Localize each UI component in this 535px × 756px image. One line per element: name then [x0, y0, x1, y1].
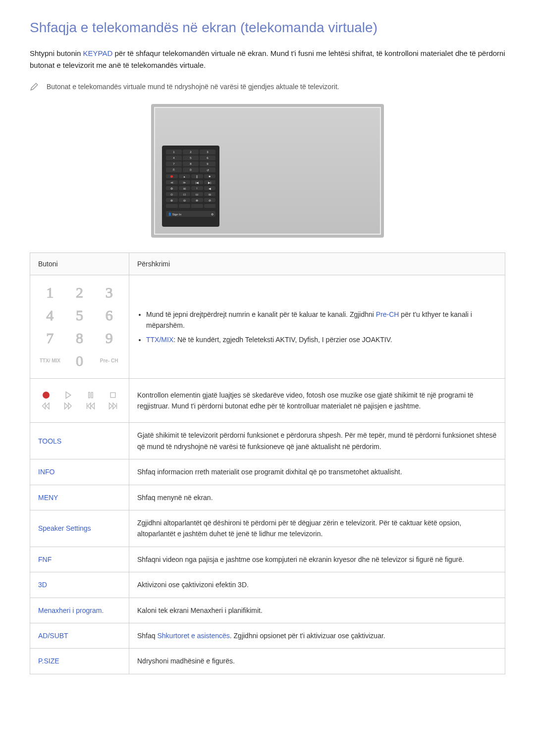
svg-rect-2 [91, 393, 93, 398]
play-icon [64, 391, 73, 400]
key-4: 4 [46, 308, 54, 323]
note-row: Butonat e telekomandës virtuale mund të … [30, 81, 505, 92]
speaker-label: Speaker Settings [38, 524, 91, 532]
info-desc: Shfaq informacion rreth materialit ose p… [129, 459, 505, 485]
menaxheri-label: Menaxheri i program. [38, 606, 104, 614]
threed-label: 3D [38, 581, 47, 589]
row-keypad: 1 2 3 4 5 6 7 8 9 TTX/ MIX 0 Pre- CH [30, 275, 505, 379]
key-0: 0 [76, 353, 83, 368]
key-8: 8 [76, 331, 83, 346]
row-tools: TOOLS Gjatë shikimit të televizorit përd… [30, 423, 505, 459]
key-9: 9 [106, 331, 113, 346]
remote-gear-icon: ⚙ [211, 212, 214, 216]
psize-desc: Ndryshoni madhësinë e figurës. [129, 649, 505, 674]
key-7: 7 [46, 331, 54, 346]
playback-desc: Kontrollon elementin gjatë luajtjes së s… [129, 379, 505, 423]
svg-rect-1 [89, 393, 90, 398]
keypad-bullet-1: Mund të jepni drejtpërdrejt numrin e kan… [146, 309, 497, 331]
svg-marker-0 [66, 392, 71, 399]
psize-label: P.SIZE [38, 657, 59, 665]
row-3d: 3D Aktivizoni ose çaktivizoni efektin 3D… [30, 572, 505, 598]
buttons-table: Butoni Përshkrimi 1 2 3 4 5 6 7 8 9 TTX/… [30, 252, 505, 674]
svg-marker-7 [68, 403, 71, 409]
key-3: 3 [106, 285, 113, 300]
meny-desc: Shfaq menynë në ekran. [129, 485, 505, 510]
header-desc: Përshkrimi [129, 253, 505, 275]
pencil-icon [30, 82, 39, 91]
pause-icon [86, 391, 95, 400]
key-2: 2 [76, 285, 83, 300]
row-fnf: FNF Shfaqni videon nga pajisja e jashtme… [30, 547, 505, 572]
svg-marker-11 [109, 403, 112, 409]
row-psize: P.SIZE Ndryshoni madhësinë e figurës. [30, 649, 505, 674]
fnf-desc: Shfaqni videon nga pajisja e jashtme ose… [129, 547, 505, 572]
svg-marker-10 [91, 403, 94, 409]
key-ttx: TTX/ MIX [40, 358, 60, 363]
intro-paragraph: Shtypni butonin KEYPAD për të shfaqur te… [30, 48, 505, 71]
meny-label: MENY [38, 494, 58, 502]
row-menaxheri: Menaxheri i program. Kaloni tek ekrani M… [30, 598, 505, 623]
intro-part1: Shtypni butonin [30, 49, 83, 57]
threed-desc: Aktivizoni ose çaktivizoni efektin 3D. [129, 572, 505, 598]
key-prech: Pre- CH [100, 358, 118, 363]
svg-marker-5 [46, 403, 49, 409]
svg-marker-4 [43, 403, 46, 409]
forward-icon [64, 402, 73, 410]
adsubt-desc: Shfaq Shkurtoret e asistencës. Zgjidhni … [129, 623, 505, 648]
info-label: INFO [38, 468, 54, 476]
stop-icon [108, 391, 117, 400]
rewind-icon [42, 402, 51, 410]
record-icon [42, 391, 51, 400]
skip-forward-icon [108, 402, 117, 410]
keypad-grid: 1 2 3 4 5 6 7 8 9 TTX/ MIX 0 Pre- CH [35, 285, 124, 368]
svg-marker-9 [88, 403, 91, 409]
key-6: 6 [106, 308, 113, 323]
tools-label: TOOLS [38, 437, 61, 445]
key-5: 5 [76, 308, 83, 323]
row-meny: MENY Shfaq menynë në ekran. [30, 485, 505, 510]
note-text: Butonat e telekomandës virtuale mund të … [47, 81, 339, 92]
row-adsubt: AD/SUBT Shfaq Shkurtoret e asistencës. Z… [30, 623, 505, 648]
svg-marker-12 [113, 403, 116, 409]
skip-back-icon [86, 402, 95, 410]
keypad-bullet-2: TTX/MIX: Në të kundërt, zgjedh Teletekst… [146, 334, 497, 345]
key-1: 1 [46, 285, 54, 300]
keypad-keyword: KEYPAD [83, 49, 113, 57]
svg-marker-6 [65, 403, 68, 409]
tools-desc: Gjatë shikimit të televizorit përdorni f… [129, 423, 505, 459]
adsubt-label: AD/SUBT [38, 632, 68, 640]
tv-illustration: 123 456 789 ⎘0↺ ▸ ‖ ■ ≪ ≫ |◀ ▶| ⚙ ⊞ i ◀ … [151, 104, 384, 238]
row-playback: Kontrollon elementin gjatë luajtjes së s… [30, 379, 505, 423]
speaker-desc: Zgjidhni altoparlantët që dëshironi të p… [129, 510, 505, 547]
row-info: INFO Shfaq informacion rreth materialit … [30, 459, 505, 485]
svg-rect-3 [110, 393, 115, 398]
row-speaker: Speaker Settings Zgjidhni altoparlantët … [30, 510, 505, 547]
virtual-remote-panel: 123 456 789 ⎘0↺ ▸ ‖ ■ ≪ ≫ |◀ ▶| ⚙ ⊞ i ◀ … [162, 146, 219, 227]
header-button: Butoni [30, 253, 129, 275]
remote-signin: 👤 Sign In [168, 212, 181, 216]
fnf-label: FNF [38, 555, 52, 563]
menaxheri-desc: Kaloni tek ekrani Menaxheri i planifikim… [129, 598, 505, 623]
page-title: Shfaqja e telekomandës në ekran (telekom… [30, 20, 505, 36]
